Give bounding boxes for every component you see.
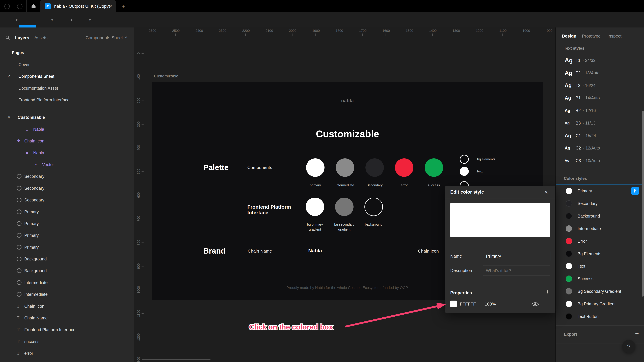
brand-section-title[interactable]: Brand: [203, 246, 226, 255]
property-opacity-value[interactable]: 100%: [485, 302, 496, 307]
fpi-swatch-label[interactable]: background: [352, 222, 396, 227]
chevron-down-icon[interactable]: ▾: [51, 12, 53, 27]
fpi-section-title[interactable]: Frontend Platform Interface: [247, 204, 291, 216]
palette-side-label[interactable]: bg elements: [477, 157, 496, 162]
text-style-row[interactable]: AgT3· 16/24: [556, 79, 644, 92]
color-style-row[interactable]: Error: [556, 235, 644, 248]
window-control-icon[interactable]: [4, 4, 10, 9]
color-style-row[interactable]: Bg Secondary Gradient: [556, 285, 644, 298]
text-style-row[interactable]: AgC1· 15/24: [556, 129, 644, 142]
palette-swatch-intermediate[interactable]: [336, 158, 354, 177]
frame-row-customizable[interactable]: # Customizable: [0, 112, 134, 123]
vertical-scrollbar[interactable]: [642, 111, 644, 297]
layer-row[interactable]: Intermediate: [0, 289, 134, 300]
chain-name-value[interactable]: Nabla: [308, 248, 322, 254]
page-item[interactable]: Documentation Asset: [0, 83, 134, 93]
layer-row[interactable]: TNabla: [0, 124, 134, 135]
file-tab[interactable]: nabla - Outpost UI Kit (Copy) ✕: [40, 0, 116, 12]
color-style-row[interactable]: Secondary: [556, 197, 644, 210]
color-style-row[interactable]: Intermediate: [556, 222, 644, 235]
color-style-row[interactable]: Text: [556, 260, 644, 273]
layer-row[interactable]: Terror: [0, 348, 134, 359]
chevron-down-icon[interactable]: ▾: [89, 12, 91, 27]
color-style-row[interactable]: Primary: [556, 185, 644, 197]
fpi-swatch[interactable]: [364, 198, 383, 216]
color-style-row[interactable]: Success: [556, 272, 644, 285]
layer-row[interactable]: Secondary: [0, 195, 134, 205]
add-property-button[interactable]: +: [544, 288, 552, 296]
close-icon[interactable]: ✕: [542, 188, 550, 196]
palette-side-label[interactable]: text: [477, 169, 482, 174]
layer-row[interactable]: TChain Name: [0, 313, 134, 323]
home-button[interactable]: [27, 0, 40, 12]
help-button[interactable]: ?: [622, 340, 635, 353]
layer-row[interactable]: Primary: [0, 242, 134, 253]
tab-layers[interactable]: Layers: [15, 35, 29, 40]
layer-row[interactable]: Primary: [0, 230, 134, 241]
layer-row[interactable]: Secondary: [0, 171, 134, 182]
layer-row[interactable]: Tsuccess: [0, 336, 134, 347]
text-style-row[interactable]: AgC2· 12/Auto: [556, 142, 644, 154]
fpi-swatch[interactable]: [335, 198, 354, 216]
page-item[interactable]: Frontend Platform Interface: [0, 94, 134, 105]
layer-row[interactable]: TChain Icon: [0, 301, 134, 312]
palette-side-swatch[interactable]: [460, 167, 469, 176]
color-style-row[interactable]: Text Button: [556, 310, 644, 323]
layer-row[interactable]: Primary: [0, 206, 134, 217]
tab-design[interactable]: Design: [562, 33, 576, 39]
palette-section-title[interactable]: Palette: [203, 163, 228, 172]
palette-side-swatch[interactable]: [460, 155, 469, 164]
style-name-input[interactable]: [483, 251, 550, 261]
page-item[interactable]: ✓Components Sheet: [0, 71, 134, 82]
layer-row[interactable]: Intermediate: [0, 277, 134, 288]
palette-swatch-success[interactable]: [425, 158, 443, 177]
layer-row[interactable]: Secondary: [0, 183, 134, 194]
property-color-chip[interactable]: [450, 301, 457, 307]
layer-row[interactable]: Primary: [0, 218, 134, 229]
close-tab-icon[interactable]: ✕: [106, 0, 115, 12]
tab-inspect[interactable]: Inspect: [608, 33, 622, 39]
tab-assets[interactable]: Assets: [34, 35, 48, 40]
color-style-row[interactable]: Bg Primary Gradient: [556, 298, 644, 310]
style-description-input[interactable]: [483, 265, 550, 276]
text-style-row[interactable]: AgC3· 10/Auto: [556, 154, 644, 167]
new-tab-button[interactable]: +: [118, 0, 129, 12]
layer-row[interactable]: Background: [0, 265, 134, 276]
text-style-row[interactable]: AgT1· 24/32: [556, 54, 644, 66]
chain-name-label[interactable]: Chain Name: [248, 249, 272, 254]
add-page-button[interactable]: +: [121, 48, 125, 55]
chevron-down-icon[interactable]: ▾: [70, 12, 72, 27]
fpi-swatch[interactable]: [306, 198, 324, 216]
layer-row[interactable]: TFrontend Platform Interface: [0, 324, 134, 335]
palette-swatch-primary[interactable]: [306, 158, 324, 177]
chevron-down-icon[interactable]: ▾: [16, 12, 18, 27]
add-export-button[interactable]: +: [632, 329, 641, 338]
page-item[interactable]: Cover: [0, 59, 134, 70]
tab-prototype[interactable]: Prototype: [582, 33, 600, 39]
palette-components-label[interactable]: Components: [247, 165, 272, 170]
layer-row[interactable]: ◆Nabla: [0, 147, 134, 158]
remove-property-button[interactable]: −: [544, 300, 552, 308]
nabla-logo[interactable]: nabla: [152, 98, 543, 103]
palette-swatch-error[interactable]: [395, 158, 414, 177]
window-control-icon[interactable]: [17, 4, 22, 9]
edit-style-button[interactable]: [631, 187, 639, 195]
color-style-row[interactable]: Bg Elements: [556, 247, 644, 260]
color-preview[interactable]: [450, 203, 550, 237]
color-style-row[interactable]: Background: [556, 210, 644, 222]
palette-swatch-secondary[interactable]: [366, 158, 384, 177]
search-button[interactable]: [5, 35, 11, 41]
visibility-toggle[interactable]: [531, 302, 539, 307]
page-selector[interactable]: Components Sheet ^: [86, 35, 127, 40]
layer-row[interactable]: ▼Vector: [0, 159, 134, 170]
text-style-row[interactable]: AgB2· 12/16: [556, 104, 644, 117]
horizontal-scrollbar[interactable]: [142, 359, 210, 360]
sheet-heading[interactable]: Customizable: [152, 128, 543, 139]
text-style-row[interactable]: AgB1· 14/Auto: [556, 92, 644, 104]
text-style-row[interactable]: AgT2· 18/Auto: [556, 67, 644, 79]
property-hex-value[interactable]: FFFFFF: [460, 302, 476, 307]
text-style-row[interactable]: AgB3· 11/13: [556, 117, 644, 129]
chain-icon-label[interactable]: Chain Icon: [418, 249, 439, 254]
frame-title-label[interactable]: Customizable: [154, 74, 178, 78]
layer-row[interactable]: ❖Chain Icon: [0, 136, 134, 146]
